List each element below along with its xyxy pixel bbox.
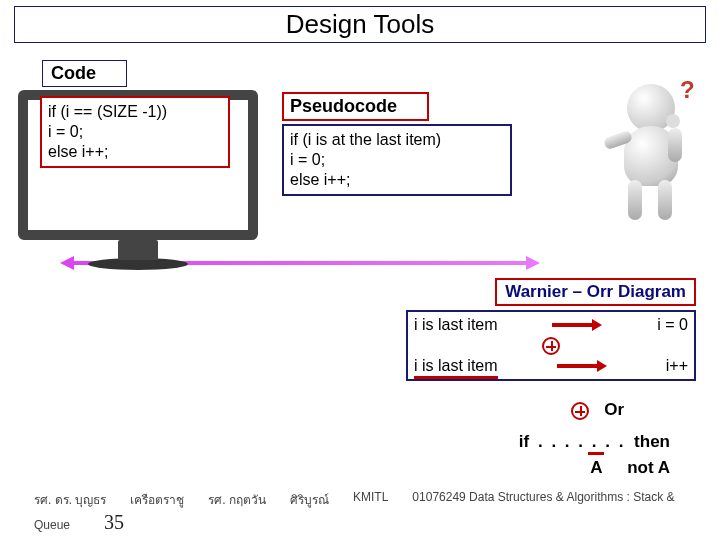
wb-row2-right: i++ [666, 357, 688, 375]
xor-icon [571, 402, 589, 420]
slide-title: Design Tools [14, 6, 706, 43]
legend-not-a-text: not A [627, 458, 670, 477]
footer-author1: รศ. ดร. บุญธร [34, 490, 106, 509]
legend-if-then: if . . . . . . . then [519, 432, 670, 452]
legend-dots: . . . . . . . [538, 432, 625, 451]
code-box: if (i == (SIZE -1)) i = 0; else i++; [40, 96, 230, 168]
warnier-orr-box: i is last item i = 0 i is last item i++ [406, 310, 696, 381]
arrow-right-icon [552, 319, 602, 331]
arrow-right-icon [557, 360, 607, 372]
xor-icon [542, 337, 560, 355]
thinking-figure-icon: ? [592, 84, 712, 234]
pseudocode-label: Pseudocode [282, 92, 429, 121]
legend-a-symbol: A [590, 458, 602, 478]
footer-author2: รศ. กฤตวัน [208, 490, 266, 509]
footer-author2b: ศิริบูรณ์ [290, 490, 329, 509]
legend-then-text: then [634, 432, 670, 451]
warnier-orr-label: Warnier – Orr Diagram [495, 278, 696, 306]
footer-course: 01076249 Data Structures & Algorithms : … [412, 490, 674, 509]
page-number: 35 [104, 511, 124, 534]
footer-author1b: เครือตราชู [130, 490, 184, 509]
wb-row2-left: i is last item [414, 357, 498, 375]
footer-queue: Queue [34, 518, 70, 532]
legend-or: Or [571, 400, 624, 420]
wb-row1-left: i is last item [414, 316, 498, 334]
code-section-label: Code [42, 60, 127, 87]
legend-not-a: A not A [590, 458, 670, 478]
slide-footer: รศ. ดร. บุญธร เครือตราชู รศ. กฤตวัน ศิริ… [0, 490, 720, 534]
footer-inst: KMITL [353, 490, 388, 509]
wb-row1-right: i = 0 [657, 316, 688, 334]
legend-or-text: Or [604, 400, 624, 419]
pseudocode-box: if (i is at the last item) i = 0; else i… [282, 124, 512, 196]
legend-if-text: if [519, 432, 529, 451]
